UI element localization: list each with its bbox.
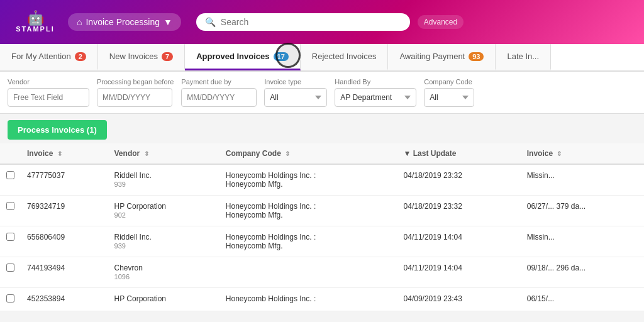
search-input[interactable] (221, 17, 401, 27)
invoice-type-filter-group: Invoice type All (264, 78, 327, 107)
handled-by-label: Handled By (335, 78, 416, 86)
vendor-cell: Riddell Inc.939 (108, 226, 219, 257)
row-checkbox[interactable] (6, 294, 14, 303)
invoice-cell: 656806409 (21, 226, 108, 257)
chevron-down-icon: ▼ (164, 17, 172, 27)
row-checkbox-cell (0, 164, 21, 196)
company-code-cell: Honeycomb Holdings Inc. :Honeycomb Mfg. (219, 196, 397, 226)
processing-label: Processing began before (97, 78, 174, 86)
row-checkbox[interactable] (6, 171, 14, 179)
tab-rejected-invoices[interactable]: Rejected Invoices (301, 44, 389, 70)
row-checkbox-cell (0, 288, 21, 311)
invoice-date-cell: 09/18/... 296 da... (521, 257, 644, 288)
handled-by-filter-group: Handled By AP Department (335, 78, 416, 107)
handled-by-select[interactable]: AP Department (335, 88, 416, 107)
header: 🤖 STAMPLI ⌂ Invoice Processing ▼ 🔍 Advan… (0, 0, 644, 44)
row-checkbox[interactable] (6, 233, 14, 241)
advanced-button[interactable]: Advanced (418, 15, 464, 29)
last-update-cell: 04/18/2019 23:32 (397, 196, 521, 226)
row-checkbox-cell (0, 226, 21, 257)
table-row: 744193494 Chevron1096 04/11/2019 14:04 0… (0, 257, 644, 288)
vendor-input[interactable] (8, 88, 89, 107)
tab-awaiting-payment[interactable]: Awaiting Payment93 (388, 44, 496, 70)
payment-input[interactable] (181, 88, 257, 107)
invoice-col-header[interactable]: Invoice ⇕ (21, 143, 108, 164)
vendor-cell: Riddell Inc.939 (108, 164, 219, 196)
search-bar: 🔍 (196, 13, 410, 31)
invoice-type-label: Invoice type (264, 78, 327, 86)
nav-label: Invoice Processing (86, 17, 160, 27)
invoice-cell: 477775037 (21, 164, 108, 196)
table-row: 769324719 HP Corporation902 Honeycomb Ho… (0, 196, 644, 226)
processing-input[interactable] (97, 88, 172, 107)
invoice-date-cell: Missin... (521, 164, 644, 196)
invoice-cell: 769324719 (21, 196, 108, 226)
table-header-row: Invoice ⇕ Vendor ⇕ Company Code ⇕ ▼ Last… (0, 143, 644, 164)
sort-icon: ⇕ (144, 150, 149, 157)
company-code-filter-group: Company Code All (424, 78, 474, 107)
table-row: 656806409 Riddell Inc.939 Honeycomb Hold… (0, 226, 644, 257)
invoice-cell: 452353894 (21, 288, 108, 311)
company-code-cell (219, 257, 397, 288)
tab-new-invoices[interactable]: New Invoices7 (98, 44, 185, 70)
row-checkbox[interactable] (6, 264, 14, 272)
tab-approved-invoices[interactable]: Approved Invoices17 (185, 44, 301, 70)
invoice-date-cell: 06/15/... (521, 288, 644, 311)
processing-filter-group: Processing began before (97, 78, 174, 107)
invoice-date-cell: Missin... (521, 226, 644, 257)
last-update-cell: 04/18/2019 23:32 (397, 164, 521, 196)
table-row: 477775037 Riddell Inc.939 Honeycomb Hold… (0, 164, 644, 196)
invoice-date-cell: 06/27/... 379 da... (521, 196, 644, 226)
row-checkbox[interactable] (6, 202, 14, 210)
invoice-date-col-header[interactable]: Invoice ⇕ (521, 143, 644, 164)
search-icon: 🔍 (205, 17, 216, 27)
process-invoices-button[interactable]: Process Invoices (1) (8, 120, 107, 140)
payment-label: Payment due by (181, 78, 257, 86)
vendor-filter-group: Vendor (8, 78, 89, 107)
invoices-table-container: Invoice ⇕ Vendor ⇕ Company Code ⇕ ▼ Last… (0, 143, 644, 311)
table-row: 452353894 HP Corporation Honeycomb Holdi… (0, 288, 644, 311)
company-code-cell: Honeycomb Holdings Inc. :Honeycomb Mfg. (219, 226, 397, 257)
filters-bar: Vendor Processing began before Payment d… (0, 72, 644, 114)
invoices-table: Invoice ⇕ Vendor ⇕ Company Code ⇕ ▼ Last… (0, 143, 644, 311)
tab-for-my-attention[interactable]: For My Attention2 (0, 44, 98, 70)
company-code-label: Company Code (424, 78, 474, 86)
invoice-type-select[interactable]: All (264, 88, 327, 107)
company-code-cell: Honeycomb Holdings Inc. :Honeycomb Mfg. (219, 164, 397, 196)
logo: 🤖 STAMPLI (10, 11, 60, 33)
last-update-cell: 04/11/2019 14:04 (397, 257, 521, 288)
tab-late-invoices[interactable]: Late In... (496, 44, 551, 70)
checkbox-header (0, 143, 21, 164)
sort-icon: ⇕ (557, 150, 562, 157)
sort-icon: ⇕ (285, 150, 290, 157)
vendor-col-header[interactable]: Vendor ⇕ (108, 143, 219, 164)
company-code-cell: Honeycomb Holdings Inc. : (219, 288, 397, 311)
sort-icon: ⇕ (57, 150, 62, 157)
payment-filter-group: Payment due by (181, 78, 257, 107)
company-code-select[interactable]: All (424, 88, 474, 107)
home-icon: ⌂ (77, 17, 82, 27)
invoice-cell: 744193494 (21, 257, 108, 288)
company-code-col-header[interactable]: Company Code ⇕ (219, 143, 397, 164)
last-update-cell: 04/09/2019 23:43 (397, 288, 521, 311)
logo-text: STAMPLI (16, 25, 54, 33)
row-checkbox-cell (0, 257, 21, 288)
vendor-label: Vendor (8, 78, 89, 86)
vendor-cell: HP Corporation902 (108, 196, 219, 226)
logo-icon: 🤖 (27, 11, 44, 25)
last-update-col-header[interactable]: ▼ Last Update (397, 143, 521, 164)
tabs-bar: For My Attention2New Invoices7Approved I… (0, 44, 644, 72)
row-checkbox-cell (0, 196, 21, 226)
vendor-cell: HP Corporation (108, 288, 219, 311)
last-update-cell: 04/11/2019 14:04 (397, 226, 521, 257)
nav-pill[interactable]: ⌂ Invoice Processing ▼ (68, 13, 181, 31)
vendor-cell: Chevron1096 (108, 257, 219, 288)
